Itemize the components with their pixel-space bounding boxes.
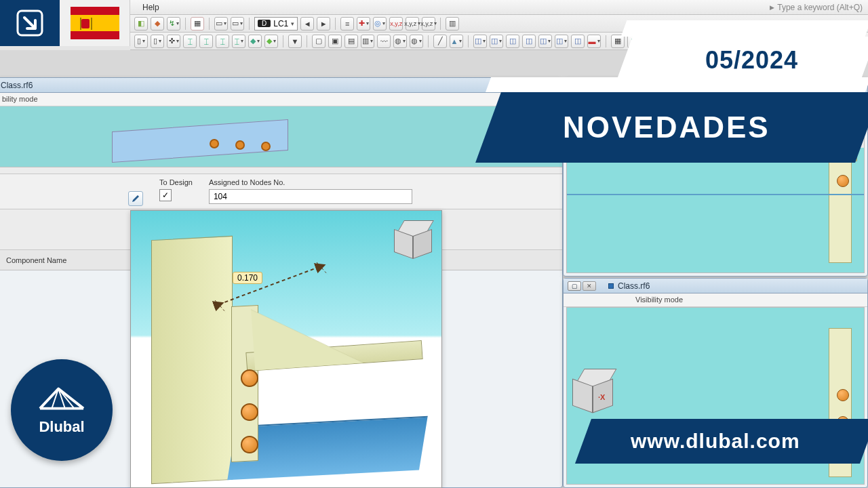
load-case-combo[interactable]: D LC1 ▾ [254,17,298,30]
toolbar-separator [606,35,606,47]
member-icon[interactable]: ◫ [571,35,585,48]
view-cube-widget[interactable] [394,220,432,258]
window-subtitle: bility mode [0,93,562,106]
pencil-icon [131,194,140,203]
toolbar-separator [307,35,307,47]
window-titlebar[interactable]: ▢ ✕ Class.rf6 [564,279,867,293]
tool-icon[interactable]: ◧ [134,17,148,30]
tool-dropdown-icon[interactable]: ◎ [373,17,387,30]
svg-rect-5 [91,18,92,30]
svg-rect-2 [71,15,119,31]
window-subtitle: Visibility mode [564,293,867,307]
render-mode-icon[interactable]: ◍ [393,35,407,48]
to-design-checkbox[interactable]: ✓ [159,189,172,201]
search-keyword-hint[interactable]: Type a keyword (Alt+Q) [770,3,863,12]
snap-dropdown-icon[interactable]: ✜ [167,35,180,48]
xyz-label-icon[interactable]: x,y,z [389,17,403,30]
tool-dropdown-icon[interactable]: ✚ [357,17,370,30]
toolbar-separator [335,18,336,30]
tool-dropdown-icon[interactable]: ↯ [167,17,180,30]
view-cube-icon[interactable]: ▢ [312,35,326,48]
color-picker-icon[interactable]: ◆ [248,35,262,48]
prev-load-case-button[interactable]: ◄ [300,17,314,30]
banner-url: www.dlubal.com [583,419,868,464]
window-restore-button[interactable]: ▢ [568,281,581,291]
section-dropdown-icon[interactable]: ⌶ [232,35,245,48]
toolbar-separator [185,18,186,30]
to-design-field: To Design ✓ [159,178,193,201]
banner-whitecap [621,20,868,37]
toolbar-separator [440,18,441,30]
render-mode-icon[interactable]: ◍ [410,35,423,48]
member-icon[interactable]: ◫ [506,35,519,48]
delete-icon[interactable]: ▬ [587,35,601,48]
connection-3d-preview[interactable]: 0.170 [130,210,442,488]
load-case-chip: D [258,20,271,27]
color-picker-icon[interactable]: ◆ [264,35,278,48]
beam-glyph [112,119,288,163]
edit-pencil-button[interactable] [128,191,143,206]
dlubal-logo-badge: Dlubal [11,359,113,461]
tool-icon[interactable]: ▦ [191,17,204,30]
section-icon[interactable]: ⌶ [199,35,213,48]
assigned-nodes-input[interactable]: 104 [209,189,412,204]
window-titlebar[interactable]: Class.rf6 — ▢ ✕ [0,78,562,93]
banner-title: NOVEDADES [488,92,868,163]
tool-icon[interactable]: ≡ [340,17,354,30]
dimension-line [192,245,368,326]
toolbar-separator [468,35,469,47]
banner-whitecap [486,77,868,92]
next-load-case-button[interactable]: ► [317,17,330,30]
filter-icon[interactable]: ▼ [288,35,302,48]
to-design-label: To Design [159,178,193,186]
window-title: Class.rf6 [618,281,650,291]
bolt-glyph [261,142,271,151]
tool-icon[interactable]: ◆ [151,17,164,30]
flag-spain-icon [71,7,119,39]
section-icon[interactable]: ⌶ [183,35,197,48]
tool-icon[interactable]: ▥ [446,17,459,30]
brand-name: Dlubal [39,418,84,436]
steel-connection-model [151,258,416,475]
svg-rect-4 [80,18,81,30]
language-flag-spain[interactable] [60,0,130,46]
view-cube-icon[interactable]: ▤ [344,35,358,48]
xyz-dropdown-icon[interactable]: x,y,z [422,17,435,30]
support-icon[interactable]: ▲ [450,35,463,48]
load-case-value: LC1 [273,19,288,28]
edit-button-wrap [128,178,143,206]
toolbar-separator [249,18,250,30]
view-dropdown-icon[interactable]: ▯ [151,35,164,48]
menu-bar: Help Type a keyword (Alt+Q) [130,0,868,15]
dimension-value: 0.170 [233,272,262,284]
view-dropdown-icon[interactable]: ▯ [134,35,148,48]
svg-line-8 [317,262,328,274]
chevron-down-icon: ▾ [291,20,294,27]
line-icon[interactable]: ╱ [433,35,447,48]
member-icon[interactable]: ◫ [538,35,552,48]
dlubal-logo-icon [39,384,85,415]
svg-line-7 [215,300,226,312]
wave-icon[interactable]: 〰 [377,35,391,48]
view-cube-widget[interactable]: ·X [572,369,617,413]
member-icon[interactable]: ◫ [473,35,487,48]
toolbar-separator [283,35,283,47]
window-close-button[interactable]: ✕ [583,281,596,291]
bolt-glyph [241,436,258,453]
member-icon[interactable]: ◫ [522,35,536,48]
menu-help[interactable]: Help [136,1,166,14]
view-cube-dropdown[interactable]: ▥ [361,35,374,48]
xyz-dropdown-icon[interactable]: x,y,z [406,17,419,30]
toolbar-separator [209,18,210,30]
member-icon[interactable]: ◫ [555,35,568,48]
tool-dropdown-icon[interactable]: ▭ [231,17,244,30]
form-row: To Design ✓ Assigned to Nodes No. 104 [0,174,562,209]
bolt-glyph [241,403,258,421]
app-icon [608,283,614,289]
section-icon[interactable]: ⌶ [216,35,229,48]
toolbar-separator [428,35,429,47]
member-icon[interactable]: ◫ [490,35,503,48]
bolt-glyph [837,175,849,187]
tool-dropdown-icon[interactable]: ▭ [214,17,228,30]
view-cube-icon[interactable]: ▣ [328,35,342,48]
